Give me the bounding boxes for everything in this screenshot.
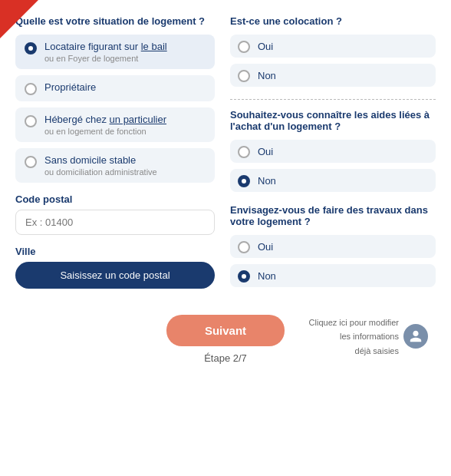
travaux-section: Envisagez-vous de faire des travaux dans… — [230, 204, 436, 287]
aides-oui-label: Oui — [258, 146, 273, 157]
radio-travaux-oui — [238, 241, 250, 253]
heberge-sublabel: ou en logement de fonction — [44, 127, 166, 136]
heberge-label: Hébergé chez un particulier — [44, 114, 166, 125]
travaux-oui-label: Oui — [258, 241, 273, 253]
aides-non-row[interactable]: Non — [230, 169, 436, 192]
sdf-sublabel: ou domiciliation administrative — [44, 167, 157, 177]
bottom-actions: Suivant Cliquez ici pour modifierles inf… — [15, 315, 436, 346]
radio-aides-oui — [238, 146, 250, 158]
section-divider — [230, 99, 436, 100]
right-column: Est-ce une colocation ? Oui Non Souhaite… — [230, 15, 436, 299]
left-column: Quelle est votre situation de logement ?… — [15, 15, 215, 299]
aides-non-label: Non — [258, 175, 276, 187]
option-proprietaire[interactable]: Propriétaire — [15, 75, 215, 101]
travaux-title: Envisagez-vous de faire des travaux dans… — [230, 204, 436, 227]
bottom-bar: Suivant Cliquez ici pour modifierles inf… — [0, 307, 451, 372]
radio-coloc-non — [238, 70, 250, 82]
option-locataire[interactable]: Locataire figurant sur le bail ou en Foy… — [15, 35, 215, 69]
radio-proprietaire — [25, 83, 37, 95]
aides-section: Souhaitez-vous connaître les aides liées… — [230, 109, 436, 192]
suivant-button[interactable]: Suivant — [166, 315, 285, 346]
proprietaire-label: Propriétaire — [44, 81, 96, 93]
radio-aides-non — [238, 175, 250, 187]
code-postal-input[interactable] — [15, 210, 215, 235]
option-sdf[interactable]: Sans domicile stable ou domiciliation ad… — [15, 148, 215, 183]
radio-travaux-non — [238, 270, 250, 283]
code-postal-label: Code postal — [15, 193, 215, 205]
coloc-oui-row[interactable]: Oui — [230, 35, 436, 58]
travaux-oui-row[interactable]: Oui — [230, 235, 436, 258]
colocation-section: Est-ce une colocation ? Oui Non — [230, 15, 436, 87]
coloc-oui-label: Oui — [258, 41, 273, 52]
radio-coloc-oui — [238, 41, 250, 53]
edit-info-text: Cliquez ici pour modifierles information… — [309, 318, 399, 355]
radio-locataire — [25, 42, 37, 55]
aides-oui-row[interactable]: Oui — [230, 140, 436, 163]
step-label: Étape 2/7 — [204, 352, 247, 364]
sdf-label: Sans domicile stable — [44, 154, 157, 166]
option-heberge[interactable]: Hébergé chez un particulier ou en logeme… — [15, 107, 215, 142]
radio-heberge — [25, 115, 37, 127]
ville-button[interactable]: Saisissez un code postal — [15, 262, 215, 289]
locataire-label: Locataire figurant sur le bail — [44, 41, 167, 52]
top-triangle-decoration — [0, 0, 38, 38]
travaux-non-row[interactable]: Non — [230, 264, 436, 287]
avatar-icon — [403, 324, 428, 349]
colocation-title: Est-ce une colocation ? — [230, 15, 436, 27]
edit-info[interactable]: Cliquez ici pour modifierles information… — [309, 315, 428, 357]
coloc-non-label: Non — [258, 70, 276, 81]
locataire-sublabel: ou en Foyer de logement — [44, 54, 167, 63]
radio-sdf — [25, 156, 37, 168]
coloc-non-row[interactable]: Non — [230, 64, 436, 87]
aides-title: Souhaitez-vous connaître les aides liées… — [230, 109, 436, 132]
logement-section-title: Quelle est votre situation de logement ? — [15, 15, 215, 27]
travaux-non-label: Non — [258, 270, 276, 282]
ville-label: Ville — [15, 246, 215, 257]
